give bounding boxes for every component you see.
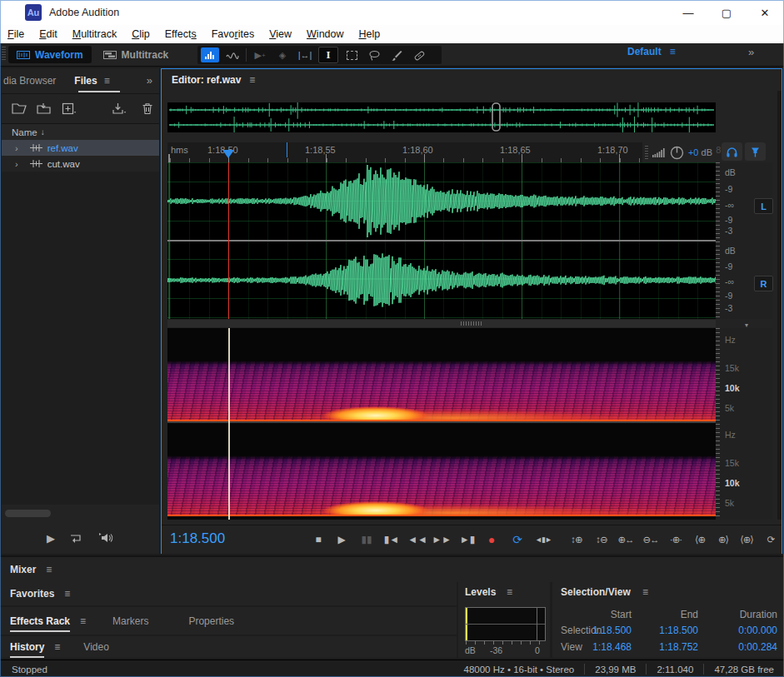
menu-clip[interactable]: Clip [124,25,157,43]
trash-icon[interactable] [142,102,153,115]
stop-button[interactable]: ■ [309,532,327,546]
levels-menu-icon[interactable]: ≡ [507,586,512,598]
zoom-in-left-edge-button[interactable]: ⟨⊕ [690,532,710,546]
playhead-time-display[interactable]: 1:18.500 [170,530,225,547]
slip-tool-button[interactable]: ◈ [273,47,292,62]
tab-mixer[interactable]: Mixer [10,564,36,575]
files-list-header[interactable]: Name ↓ [2,123,159,141]
menu-favorites[interactable]: Favorites [204,25,262,43]
move-tool-button[interactable]: ▶+ [251,47,269,62]
auto-play-icon[interactable] [69,532,83,544]
spectral-view-button[interactable] [223,47,242,62]
tab-effects-rack[interactable]: Effects Rack [10,615,70,627]
playhead-line-spectral[interactable] [228,328,230,520]
tab-files[interactable]: Files [74,75,97,87]
view-end-value[interactable]: 1:18.752 [652,641,698,653]
right-channel-button[interactable]: R [754,276,773,291]
preview-play-button[interactable]: ▶ [47,532,55,545]
play-button[interactable]: ▶ [332,532,351,546]
minimize-button[interactable]: — [669,0,707,25]
paintbrush-tool-button[interactable] [387,47,406,62]
zoom-to-selection-button[interactable]: ⟨⊕⟩ [737,532,757,546]
expand-chevron-icon[interactable]: › [15,159,18,169]
menu-help[interactable]: Help [352,25,388,43]
time-selection-tool-button[interactable]: |↔| [296,47,314,62]
ibeam-tool-button[interactable]: I [318,47,338,63]
selection-duration-value[interactable]: 0:00.000 [715,625,777,636]
workspace-selector[interactable]: Default ≡ [627,46,676,57]
menu-edit[interactable]: Edit [32,25,65,43]
level-meter-icon[interactable] [652,147,666,157]
open-file-icon[interactable] [12,102,27,115]
mixer-menu-icon[interactable]: ≡ [46,564,52,575]
skip-selection-button[interactable]: ◄▮► [534,532,552,546]
files-panel-menu-icon[interactable]: ≡ [104,75,110,87]
tab-properties[interactable]: Properties [188,615,234,627]
timeline-ruler[interactable]: hms 1:18,50 1:18,55 1:18,60 1:18,65 1:18… [167,142,716,162]
view-start-value[interactable]: 1:18.468 [586,641,632,653]
loop-preview-speaker-icon[interactable] [97,532,114,544]
close-button[interactable]: ✕ [746,0,784,25]
effects-rack-menu-icon[interactable]: ≡ [80,615,86,627]
vertical-scrollbar[interactable] [777,91,782,520]
menu-effects[interactable]: Effects [157,25,204,43]
selection-start-value[interactable]: 1:18.500 [586,625,632,636]
maximize-button[interactable]: ▢ [707,0,746,25]
waveform-mode-button[interactable]: Waveform [8,46,92,63]
zoom-reset-button[interactable]: ⟳ [761,532,781,546]
widget-grip[interactable] [645,146,648,159]
selection-view-menu-icon[interactable]: ≡ [642,586,648,598]
spot-healing-brush-tool-button[interactable] [410,47,428,62]
pin-button[interactable] [745,142,766,161]
menu-file[interactable]: File [0,25,32,43]
spectral-display[interactable] [167,328,716,520]
splitter-handle[interactable] [461,321,482,326]
tab-media-browser[interactable]: dia Browser [3,75,56,87]
tab-favorites[interactable]: Favorites [10,588,54,600]
overview-waveform[interactable] [167,102,716,132]
selection-end-value[interactable]: 1:18.500 [652,625,698,636]
expand-chevron-icon[interactable]: › [15,143,18,153]
editor-menu-icon[interactable]: ≡ [249,74,255,86]
channel-divider[interactable] [167,240,716,241]
zoom-in-amplitude-button[interactable]: ↕⊕ [567,532,587,546]
view-duration-value[interactable]: 0:00.284 [715,641,777,653]
left-channel-button[interactable]: L [754,198,773,214]
zoom-in-right-edge-button[interactable]: ⊕⟩ [713,532,733,546]
playhead-caret[interactable] [222,150,234,158]
monitor-headphones-button[interactable] [722,142,742,161]
editor-title[interactable]: Editor: ref.wav [172,74,241,86]
playhead-line[interactable] [228,162,229,319]
toolbar-grip[interactable] [2,47,6,62]
go-to-end-button[interactable]: ►▮ [458,532,477,546]
file-row-cut[interactable]: › cut.wav [2,156,159,172]
menu-window[interactable]: Window [299,25,351,43]
pause-button[interactable]: ▮▮ [357,532,376,546]
fast-forward-button[interactable]: ►► [432,532,451,546]
file-row-ref[interactable]: › ref.wav [2,140,159,156]
frequency-scale[interactable]: Hz 15k 10k 5k Hz 15k 10k 5k [716,328,772,520]
menu-multitrack[interactable]: Multitrack [65,25,125,43]
go-to-start-button[interactable]: ▮◄ [382,532,401,546]
tab-levels[interactable]: Levels [465,586,496,598]
zoom-out-time-button[interactable]: ⊖↔ [641,532,661,546]
amplitude-scale[interactable]: dB -9 -∞ -9 -3 dB -9 -∞ -9 -3 L R [716,162,772,319]
files-panel-overflow[interactable]: » [147,74,152,87]
insert-into-multitrack-icon[interactable] [112,102,127,115]
knob-icon[interactable] [670,146,684,160]
tab-history[interactable]: History [10,641,44,653]
zoom-selection-center-button[interactable]: ·⊕· [666,532,686,546]
favorites-menu-icon[interactable]: ≡ [64,588,70,600]
toolbar-overflow-button[interactable]: » [748,46,754,58]
gain-readout[interactable]: +0 dB [688,147,712,157]
waveform-view-button[interactable] [201,47,219,62]
rewind-button[interactable]: ◄◄ [408,532,427,546]
history-menu-icon[interactable]: ≡ [54,641,60,653]
marquee-selection-tool-button[interactable] [342,47,361,62]
import-file-icon[interactable] [37,102,52,115]
waveform-display[interactable] [167,162,716,319]
loop-playback-button[interactable]: ⟳ [508,532,527,546]
tab-markers[interactable]: Markers [112,615,148,627]
multitrack-mode-button[interactable]: Multitrack [95,46,177,63]
zoom-out-amplitude-button[interactable]: ↕⊖ [592,532,612,546]
